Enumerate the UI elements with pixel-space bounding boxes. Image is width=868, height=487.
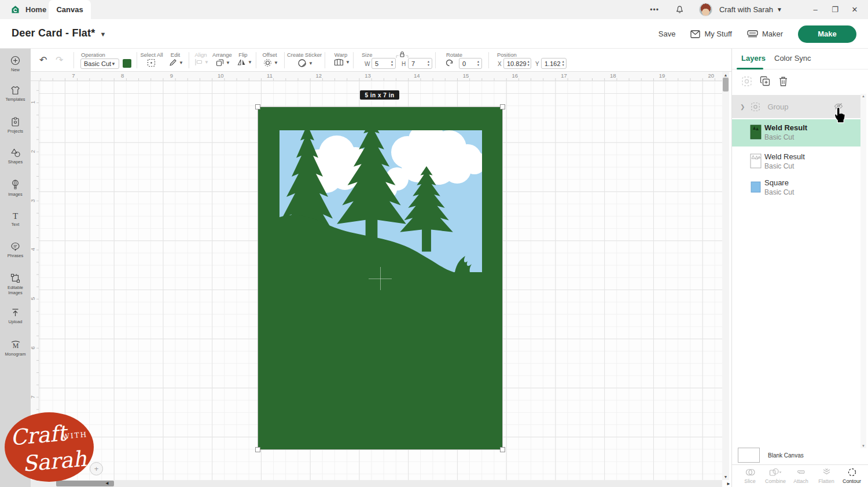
position-x-stepper[interactable]: ▲▼ (527, 60, 531, 67)
size-lock-icon[interactable] (396, 50, 409, 58)
group-tool-icon[interactable] (741, 76, 752, 87)
notifications-bell-icon[interactable] (675, 5, 684, 14)
select-all-button[interactable] (147, 58, 156, 67)
window-close-button[interactable]: ✕ (845, 0, 865, 19)
tab-color-sync[interactable]: Color Sync (774, 54, 811, 63)
layers-scrollbar[interactable]: ▲ ▼ (860, 94, 866, 448)
selection-handle-bottom-left[interactable] (255, 447, 260, 452)
sidebar-item-monogram[interactable]: M Monogram (0, 340, 31, 357)
my-stuff-icon (690, 30, 700, 38)
arrange-button[interactable]: ▼ (216, 58, 230, 67)
sidebar-item-editable-images[interactable]: Editable Images (0, 273, 31, 295)
sidebar-item-shapes[interactable]: Shapes (0, 148, 31, 164)
user-avatar[interactable] (699, 3, 712, 16)
create-sticker-button[interactable]: ▼ (297, 58, 313, 68)
selection-handle-bottom-right[interactable] (500, 447, 505, 452)
make-button[interactable]: Make (798, 25, 856, 43)
flip-button[interactable]: ▼ (237, 58, 252, 66)
window-maximize-button[interactable]: ❐ (825, 0, 845, 19)
rotate-icon (445, 58, 454, 67)
ruler-h-number: 13 (365, 72, 371, 79)
vertical-scroll-thumb[interactable] (723, 78, 729, 91)
ruler-h-number: 18 (610, 72, 616, 79)
redo-button[interactable]: ↷ (56, 54, 63, 65)
edit-label: Edit (171, 52, 180, 58)
svg-text:M: M (12, 342, 19, 350)
scroll-up-arrow-icon[interactable]: ▲ (722, 73, 729, 77)
maker-machine-button[interactable]: Maker (747, 30, 783, 38)
slice-icon (738, 467, 762, 477)
height-stepper[interactable]: ▲▼ (425, 60, 432, 67)
height-input[interactable]: 7 ▲▼ (408, 58, 432, 69)
layer-color-swatch[interactable] (123, 59, 131, 68)
layer-thumbnail-white-scene (750, 153, 762, 169)
delete-trash-icon[interactable] (778, 76, 788, 87)
slice-button[interactable]: Slice (738, 467, 762, 487)
layers-scroll-up-icon[interactable]: ▲ (860, 94, 866, 98)
align-caret-icon: ▼ (204, 60, 209, 65)
width-stepper[interactable]: ▲▼ (389, 60, 395, 67)
align-button[interactable]: ▼ (194, 58, 209, 66)
layers-panel: Layers Color Sync ❯ Group (731, 49, 868, 487)
account-name[interactable]: Craft with Sarah (719, 5, 773, 14)
operation-dropdown[interactable]: Basic Cut▼ (80, 58, 119, 69)
maker-machine-icon (747, 30, 758, 38)
edit-button[interactable]: ▼ (169, 58, 183, 67)
sidebar-item-projects[interactable]: Projects (0, 117, 31, 134)
blank-canvas-row[interactable]: Blank Canvas (732, 446, 868, 464)
blank-canvas-thumbnail (738, 448, 760, 463)
sidebar-item-images[interactable]: Images (0, 180, 31, 197)
scroll-down-arrow-icon[interactable]: ▼ (722, 475, 729, 479)
sidebar-item-templates[interactable]: Templates (0, 86, 31, 102)
my-stuff-button[interactable]: My Stuff (690, 30, 731, 38)
new-icon (0, 56, 31, 65)
layer-row-weld-result[interactable]: Weld Result Basic Cut (732, 148, 860, 174)
position-x-input[interactable]: 10.829 ▲▼ (503, 58, 531, 69)
rotate-button[interactable] (445, 58, 454, 67)
width-input[interactable]: 5 ▲▼ (372, 58, 396, 69)
project-title[interactable]: Deer Card - Flat*▼ (12, 27, 106, 39)
layer-subtitle: Basic Cut (764, 162, 794, 170)
size-label: Size (362, 52, 372, 58)
selection-handle-top-right[interactable] (500, 104, 505, 109)
flatten-button[interactable]: Flatten (814, 467, 838, 487)
window-minimize-button[interactable]: – (806, 0, 825, 19)
sidebar-item-new[interactable]: New (0, 56, 31, 72)
vertical-scrollbar[interactable]: ▲ ▼ (722, 72, 729, 480)
scroll-right-arrow-icon[interactable]: ► (726, 481, 731, 486)
offset-button[interactable]: ▼ (263, 58, 278, 67)
edit-pencil-icon (169, 58, 177, 67)
undo-button[interactable]: ↶ (39, 54, 47, 65)
more-menu-icon[interactable]: ••• (650, 6, 659, 14)
canvas-tab[interactable]: Canvas (49, 0, 91, 19)
panel-tabs: Layers Color Sync (732, 49, 868, 69)
ruler-v-number: 3 (31, 199, 36, 202)
editable-images-icon (2, 273, 28, 283)
save-button[interactable]: Save (659, 30, 676, 38)
sidebar-item-phrases[interactable]: Phrases (0, 242, 31, 258)
position-y-stepper[interactable]: ▲▼ (561, 60, 566, 67)
rotate-stepper[interactable]: ▲▼ (475, 60, 481, 67)
warp-button[interactable]: ▼ (334, 58, 350, 66)
cricut-design-space-window: Home Canvas ••• Craft with Sarah ▼ – ❐ ✕… (0, 0, 868, 487)
rotate-input[interactable]: 0 ▲▼ (459, 58, 482, 69)
tab-layers[interactable]: Layers (741, 54, 766, 63)
templates-icon (0, 86, 31, 95)
text-icon: T (0, 211, 31, 220)
ruler-h-number: 12 (315, 72, 322, 79)
attach-button[interactable]: Attach (789, 467, 813, 487)
account-chevron-down-icon[interactable]: ▼ (777, 6, 782, 13)
home-tab[interactable]: Home (10, 0, 46, 19)
horizontal-scrollbar[interactable]: ◄ (31, 480, 722, 487)
group-expand-chevron-icon[interactable]: ❯ (740, 104, 745, 110)
ruler-h-number: 9 (170, 72, 173, 79)
position-y-input[interactable]: 1.162 ▲▼ (541, 58, 567, 69)
contour-button[interactable]: Contour (840, 467, 864, 487)
combine-button[interactable]: Combine (763, 467, 788, 487)
sidebar-item-text[interactable]: T Text (0, 211, 31, 227)
duplicate-icon[interactable] (760, 76, 771, 87)
selection-handle-top-left[interactable] (255, 104, 260, 109)
scroll-left-arrow-icon[interactable]: ◄ (105, 481, 109, 486)
layer-row-square[interactable]: Square Basic Cut (732, 174, 860, 200)
sidebar-item-upload[interactable]: Upload (0, 308, 31, 324)
